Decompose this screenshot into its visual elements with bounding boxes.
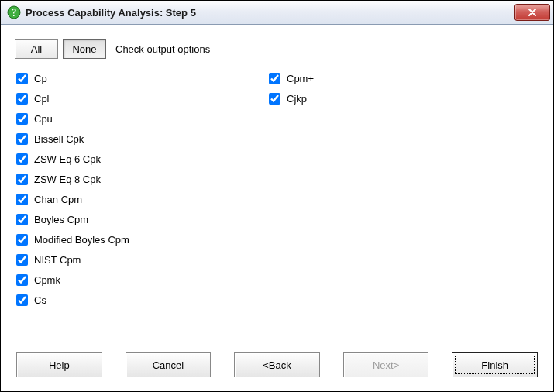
button-text-suffix: elp — [56, 359, 69, 371]
select-all-button[interactable]: All — [15, 39, 58, 59]
button-mnemonic: > — [394, 359, 400, 371]
option-label: Bissell Cpk — [34, 133, 84, 145]
option-row[interactable]: Cp — [15, 68, 253, 88]
client-area: All None Check output options CpCplCpuBi… — [1, 25, 553, 391]
back-button[interactable]: < Back — [234, 352, 320, 377]
option-label: Cpmk — [34, 274, 60, 286]
option-row[interactable]: Bissell Cpk — [15, 129, 253, 149]
options-column-left: CpCplCpuBissell CpkZSW Eq 6 CpkZSW Eq 8 … — [15, 68, 253, 346]
option-label: Cp — [34, 73, 47, 84]
button-mnemonic: C — [153, 359, 160, 371]
option-label: Cpu — [34, 113, 53, 125]
option-row[interactable]: Cpu — [15, 108, 253, 129]
option-checkbox[interactable] — [16, 93, 28, 105]
button-text-suffix: ancel — [160, 359, 184, 371]
option-checkbox[interactable] — [16, 294, 28, 306]
option-checkbox[interactable] — [16, 73, 28, 84]
option-row[interactable]: Cpm+ — [267, 68, 539, 88]
title-bar: Process Capability Analysis: Step 5 — [1, 1, 553, 25]
wizard-button-row: Help Cancel < Back Next > Finish — [15, 352, 539, 380]
option-checkbox[interactable] — [16, 274, 28, 286]
instruction-label: Check output options — [115, 43, 210, 55]
option-label: Boyles Cpm — [34, 214, 88, 225]
options-column-right: Cpm+Cjkp — [267, 68, 539, 346]
option-label: ZSW Eq 8 Cpk — [34, 174, 101, 185]
option-checkbox[interactable] — [269, 93, 280, 105]
option-label: ZSW Eq 6 Cpk — [34, 153, 101, 165]
option-checkbox[interactable] — [16, 133, 28, 145]
button-text-prefix: Next — [373, 359, 394, 371]
close-icon — [528, 9, 537, 16]
button-mnemonic: < — [263, 359, 269, 371]
option-checkbox[interactable] — [16, 214, 28, 225]
question-mark-icon — [7, 5, 21, 19]
option-row[interactable]: Modified Boyles Cpm — [15, 229, 253, 249]
option-row[interactable]: Cpmk — [15, 270, 253, 290]
option-checkbox[interactable] — [269, 73, 280, 84]
option-label: Cpl — [34, 93, 50, 105]
help-button[interactable]: Help — [16, 352, 102, 377]
option-label: Modified Boyles Cpm — [34, 234, 129, 246]
select-none-button[interactable]: None — [63, 39, 106, 59]
option-label: NIST Cpm — [34, 254, 81, 266]
option-row[interactable]: Cjkp — [267, 88, 539, 108]
options-area: CpCplCpuBissell CpkZSW Eq 6 CpkZSW Eq 8 … — [15, 68, 539, 346]
next-button[interactable]: Next > — [343, 352, 429, 377]
dialog-window: Process Capability Analysis: Step 5 All … — [0, 0, 554, 392]
option-label: Cs — [34, 294, 46, 306]
option-checkbox[interactable] — [16, 234, 28, 246]
option-label: Chan Cpm — [34, 194, 82, 205]
button-text-suffix: Back — [269, 359, 291, 371]
close-button[interactable] — [514, 4, 550, 21]
option-checkbox[interactable] — [16, 113, 28, 125]
option-row[interactable]: ZSW Eq 8 Cpk — [15, 169, 253, 189]
option-row[interactable]: Cs — [15, 290, 253, 310]
selection-toolbar: All None Check output options — [15, 39, 539, 59]
option-label: Cpm+ — [287, 73, 314, 84]
option-checkbox[interactable] — [16, 153, 28, 165]
window-title: Process Capability Analysis: Step 5 — [26, 7, 514, 19]
option-checkbox[interactable] — [16, 254, 28, 266]
option-checkbox[interactable] — [16, 174, 28, 185]
button-mnemonic: F — [481, 359, 487, 371]
finish-button[interactable]: Finish — [452, 352, 538, 377]
option-row[interactable]: ZSW Eq 6 Cpk — [15, 149, 253, 169]
button-mnemonic: H — [49, 359, 56, 371]
option-row[interactable]: Boyles Cpm — [15, 209, 253, 229]
option-row[interactable]: Chan Cpm — [15, 189, 253, 209]
cancel-button[interactable]: Cancel — [126, 352, 212, 377]
button-text-suffix: inish — [487, 359, 508, 371]
option-row[interactable]: NIST Cpm — [15, 249, 253, 270]
option-row[interactable]: Cpl — [15, 88, 253, 108]
option-label: Cjkp — [287, 93, 307, 105]
option-checkbox[interactable] — [16, 194, 28, 205]
